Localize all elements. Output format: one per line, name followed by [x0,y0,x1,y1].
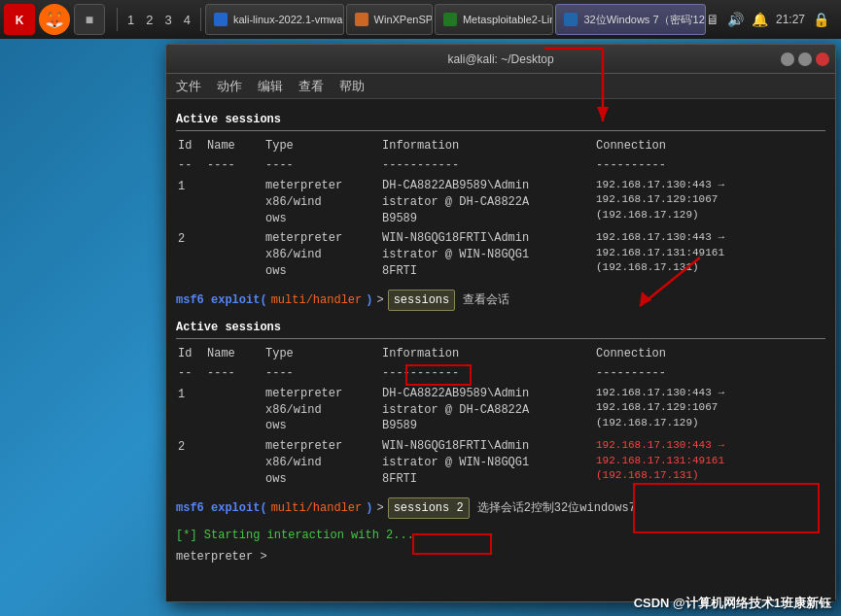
s2-r2-name [205,438,263,487]
s2-r1-id: 1 [176,386,205,434]
section2-table-dashes: -- ---- ---- ----------- ---------- [176,364,825,382]
s2-row2: 2 meterpreter x86/windows WIN-N8GQG18FRT… [176,438,825,487]
sessions-highlight [405,364,472,386]
win32-win-icon [564,13,578,26]
minimize-button[interactable] [781,52,794,66]
terminal-menubar: 文件 动作 编辑 查看 帮助 [166,74,835,99]
menu-file[interactable]: 文件 [176,78,201,95]
meta-win-icon [443,13,457,26]
col-name-2: Name [205,345,263,362]
prompt1: msf6 exploit(multi/handler) > sessions 查… [176,290,825,311]
separator [117,8,118,31]
col-id-2: Id [176,345,205,362]
s1-r1-conn: 192.168.17.130:443 →192.168.17.129:1067(… [594,178,825,226]
s2-r1-conn: 192.168.17.130:443 →192.168.17.129:1067(… [594,386,825,434]
workspace-4[interactable]: 4 [184,13,191,27]
window-win32[interactable]: 32位Windows 7（密码'1234... [555,4,705,35]
firefox-icon[interactable]: 🦊 [39,4,70,35]
terminal-title: kali@kali: ~/Desktop [447,52,553,66]
menu-view[interactable]: 查看 [298,78,324,95]
prompt1-close: ) [366,291,372,309]
s1-r2-info: WIN-N8GQG18FRTI\Administrator @ WIN-N8GQ… [380,230,594,279]
menu-edit[interactable]: 编辑 [258,78,283,95]
terminal-icon[interactable]: ■ [74,4,105,35]
s2-r2-conn-highlighted: 192.168.17.130:443 →192.168.17.131:49161… [594,438,825,487]
maximize-button[interactable] [798,52,812,66]
s2-r2-id: 2 [176,438,205,487]
s1-r2-conn: 192.168.17.130:443 →192.168.17.131:49161… [594,230,825,279]
col-type-2: Type [263,345,380,362]
section1-header: Active sessions [176,111,825,128]
workspace-2[interactable]: 2 [146,13,153,27]
meterpreter-prompt[interactable]: meterpreter > [176,548,825,565]
dash-id-2: -- [176,364,205,382]
s2-r1-info: DH-CA8822AB9589\Administrator @ DH-CA882… [380,386,594,434]
close-button[interactable] [816,52,829,66]
dash-type-2: ---- [263,364,380,382]
meta-win-label: Metasploitable2-Linux [463,14,554,25]
col-conn-2: Connection [594,345,825,362]
dash-name-1: ---- [205,156,263,174]
kali-win-icon [214,13,228,26]
conn-highlight [633,483,820,533]
window-meta[interactable]: Metasploitable2-Linux [435,4,554,35]
dash-conn-2: ---------- [594,364,825,382]
taskbar: K 🦊 ■ 1 2 3 4 kali-linux-2022.1-vmware..… [0,0,841,39]
watermark: CSDN @计算机网络技术1班康新钰 [634,595,831,612]
prompt1-command: sessions [388,290,456,311]
workspace-1[interactable]: 1 [127,13,134,27]
menu-action[interactable]: 动作 [217,78,242,95]
lock-icon: 🔒 [813,12,829,27]
volume-icon: 🔊 [727,12,744,27]
s1-row2: 2 meterpreter x86/windows WIN-N8GQG18FRT… [176,230,825,279]
dash-name-2: ---- [205,364,263,382]
prompt1-msf: msf6 exploit( [176,291,267,309]
s2-r2-info: WIN-N8GQG18FRTI\Administrator @ WIN-N8GQ… [380,438,594,487]
col-info-2: Information [380,345,594,362]
display-icon: 🖥 [706,12,719,27]
prompt2-annotation: 选择会话2控制32位windows7 [477,499,636,517]
window-kali[interactable]: kali-linux-2022.1-vmware... [205,4,344,35]
col-id-1: Id [176,137,205,154]
section1-table-dashes: -- ---- ---- ----------- ---------- [176,156,825,174]
prompt1-annotation: 查看会话 [463,291,509,309]
window-winxp[interactable]: WinXPenSP3 [346,4,433,35]
terminal-titlebar: kali@kali: ~/Desktop [166,45,835,74]
bell-icon: 🔔 [752,12,768,27]
s1-r1-info: DH-CA8822AB9589\Administrator @ DH-CA882… [380,178,594,226]
taskbar-right: 🖥 🔊 🔔 21:27 🔒 [706,12,837,27]
col-info-1: Information [380,137,594,154]
pen-win-label: WinXPenSP3 [374,14,433,25]
dash-id-1: -- [176,156,205,174]
menu-help[interactable]: 帮助 [339,78,365,95]
sessions2-highlight [412,533,492,555]
window-list: kali-linux-2022.1-vmware... WinXPenSP3 M… [205,4,706,35]
section2-header: Active sessions [176,319,825,336]
s1-r2-type: meterpreter x86/windows [263,230,380,279]
prompt2-command: sessions 2 [388,497,470,519]
clock: 21:27 [776,13,805,26]
prompt2-module: multi/handler [271,499,363,517]
s2-r1-type: meterpreter x86/windows [263,386,380,434]
s2-row1: 1 meterpreter x86/windows DH-CA8822AB958… [176,386,825,434]
separator2 [200,8,201,31]
prompt2-close: ) [366,499,372,517]
section2-table-header: Id Name Type Information Connection [176,345,825,362]
col-conn-1: Connection [594,137,825,154]
prompt1-module: multi/handler [271,291,363,309]
prompt2-msf: msf6 exploit( [176,499,267,517]
prompt1-gt: > [376,291,383,309]
col-name-1: Name [205,137,263,154]
section1-table-header: Id Name Type Information Connection [176,137,825,154]
s2-r1-name [205,386,263,434]
win32-win-label: 32位Windows 7（密码'1234... [583,13,705,27]
prompt2-gt: > [376,499,383,517]
desktop: K 🦊 ■ 1 2 3 4 kali-linux-2022.1-vmware..… [0,0,841,616]
section2-underline [176,338,825,339]
dash-type-1: ---- [263,156,380,174]
svg-text:K: K [16,14,24,27]
workspace-3[interactable]: 3 [164,13,171,27]
dash-conn-1: ---------- [594,156,825,174]
kali-logo[interactable]: K [4,4,35,35]
s1-r1-type: meterpreter x86/windows [263,178,380,226]
